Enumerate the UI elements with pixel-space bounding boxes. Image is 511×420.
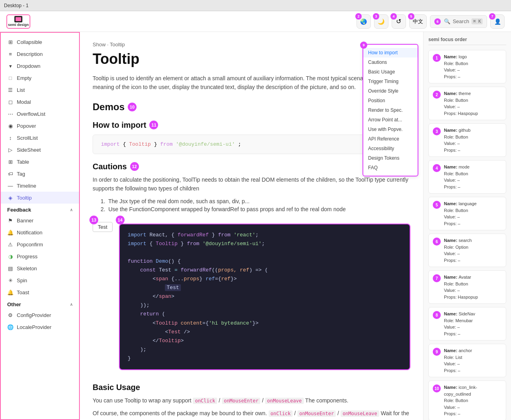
toc-item-how-to-import[interactable]: How to import [363,48,418,57]
sidebar-item-scrolllist[interactable]: ↕ ScrollList [1,132,79,144]
feedback-section-label: Feedback [7,207,31,213]
toc-item-arrow-point[interactable]: Arrow Point at... [363,115,418,125]
sidebar-item-overflowlist[interactable]: ⋯ OverflowList [1,108,79,120]
sidebar-item-progress[interactable]: ◑ Progress [1,250,79,262]
logo-button[interactable]: semi design [6,14,30,29]
code-line-3 [128,248,402,257]
focus-num-7: 7 [433,274,441,282]
sidebar-item-empty[interactable]: □ Empty [1,72,79,84]
toc-panel: 9 How to import Cautions Basic Usage Tri… [362,44,418,176]
focus-details-4: Name: mode Role: Button Value: – Props: … [444,164,469,190]
demo-code-badge: 14 [116,216,125,224]
feedback-section-header[interactable]: Feedback ∧ [1,204,79,214]
toc-item-render-spec[interactable]: Render to Spec. [363,105,418,115]
sidebar-item-sidesheet[interactable]: ▷ SideSheet [1,144,79,156]
sidebar-label-toast: Toast [17,289,29,295]
topnav: semi design 2 🌏 3 🌙 4 ↺ 5 中文 6 🔍 Search … [0,11,511,32]
sidebar-label-sidesheet: SideSheet [17,147,41,153]
sidebar-item-list[interactable]: ☰ List [1,84,79,96]
notification-icon: 🔔 [7,229,14,236]
focus-details-8: Name: SideNav Role: Menubar Value: – Pro… [444,311,475,337]
sidebar-item-timeline[interactable]: — Timeline [1,180,79,192]
toc-item-position[interactable]: Position [363,96,418,105]
sidebar-item-skeleton[interactable]: ▤ Skeleton [1,262,79,274]
code-line-6: <span {...props} ref={ref}> [128,275,402,283]
sidebar-item-description[interactable]: Description [1,48,79,60]
toc-item-api-reference[interactable]: API Reference [363,134,418,144]
search-badge: 6 [434,18,441,25]
theme-button[interactable]: 2 🌏 [357,14,371,29]
popconfirm-icon: ⚠ [7,241,14,248]
inline-code-onclick: onClick [193,398,217,404]
collapsible-icon [7,39,14,45]
focus-num-1: 1 [433,54,441,62]
focus-item-1: 1 Name: logo Role: Button Value: – Props… [428,50,506,83]
sidebar-label-modal: Modal [17,99,31,105]
refresh-button[interactable]: 4 ↺ [392,14,406,29]
sidebar-label-configprovider: ConfigProvider [17,312,51,318]
basic-usage-text1: You can use Tooltip to wrap any support … [93,396,410,405]
code-line-7: Test [128,283,402,292]
language-button[interactable]: 5 中文 [409,14,427,29]
import-path: '@douyinfe/semi-ui' [176,141,235,147]
focus-num-4: 4 [433,164,441,172]
toc-item-override-style[interactable]: Override Style [363,86,418,96]
toc-item-use-with-popve[interactable]: Use with Popve. [363,125,418,134]
import-component: Tooltip [129,141,151,147]
demo-area: 13 Test 14 import React, { forwardRef } … [93,219,410,375]
toc-item-faq[interactable]: FAQ [363,163,418,172]
sidebar-item-notification[interactable]: 🔔 Notification [1,226,79,238]
sidebar-item-modal[interactable]: ◻ Modal [1,96,79,108]
focus-num-3: 3 [433,127,441,135]
code-line-2: import { Tooltip } from '@douyinfe/semi-… [128,240,402,248]
mode-button[interactable]: 3 🌙 [374,14,388,29]
inline-code-mouseenter: onMouseEnter [222,398,261,404]
code-line-12: <Test /> [128,328,402,337]
sidebar-label-notification: Notification [17,230,42,236]
focus-details-3: Name: github Role: Button Value: – Props… [444,127,471,153]
focus-item-6: 6 Name: search Role: Option Value: – Pro… [428,234,506,267]
table-icon: ⊞ [7,158,14,165]
code-line-9: )); [128,301,402,310]
toc-item-cautions[interactable]: Cautions [363,57,418,67]
focus-item-5: 5 Name: language Role: Button Value: – P… [428,197,506,230]
search-icon: 🔍 [444,18,450,24]
sidebar-item-table[interactable]: ⊞ Table [1,156,79,168]
basic-usage-title-text: Basic Usage [93,383,140,392]
focus-num-10: 10 [433,384,441,392]
toast-icon: 🔔 [7,289,14,295]
avatar-button[interactable]: 7 👤 [490,14,505,29]
right-panel: semi focus order 1 Name: logo Role: Butt… [423,32,511,420]
toc-item-design-tokens[interactable]: Design Tokens [363,153,418,163]
search-bar[interactable]: 6 🔍 Search ⌘ K [430,15,487,28]
toc-item-accessibility[interactable]: Accessibility [363,144,418,153]
sidebar-label-collapsible: Collapsible [17,39,42,45]
modal-icon: ◻ [7,99,14,105]
demos-badge: 10 [128,103,137,111]
sidebar-item-localeprovider[interactable]: 🌐 LocaleProvider [1,321,79,333]
sidebar-item-popconfirm[interactable]: ⚠ Popconfirm [1,238,79,250]
toc-item-basic-usage[interactable]: Basic Usage [363,67,418,77]
sidebar-item-tooltip[interactable]: ◈ Tooltip [1,192,79,204]
sidebar-item-configprovider[interactable]: ⚙ ConfigProvider [1,309,79,321]
demo-test-badge: 13 [89,216,98,224]
sidebar-item-dropdown[interactable]: ▾ Dropdown [1,60,79,72]
demo-code-container: 14 import React, { forwardRef } from 're… [119,219,410,375]
sidebar-item-banner[interactable]: ⚑ Banner [1,214,79,226]
tag-icon: 🏷 [7,170,14,177]
toc-badge: 9 [360,42,367,49]
demos-title-text: Demos [93,101,125,113]
other-section-label: Other [7,301,21,307]
sidebar-item-tag[interactable]: 🏷 Tag [1,168,79,180]
focus-details-5: Name: language Role: Button Value: – Pro… [444,200,477,227]
sidebar-item-collapsible[interactable]: Collapsible [1,36,79,48]
sidebar-item-popover[interactable]: ◉ Popover [1,120,79,132]
avatar-icon: 👤 [494,18,501,25]
focus-item-4: 4 Name: mode Role: Button Value: – Props… [428,160,506,194]
sidebar-item-toast[interactable]: 🔔 Toast [1,286,79,298]
tooltip-icon: ◈ [7,194,14,201]
sidebar-item-spin[interactable]: ✳ Spin [1,274,79,286]
focus-details-9: Name: anchor Role: List Value: – Props: … [444,347,472,374]
other-section-header[interactable]: Other ∧ [1,298,79,309]
toc-item-trigger-timing[interactable]: Trigger Timing [363,77,418,86]
